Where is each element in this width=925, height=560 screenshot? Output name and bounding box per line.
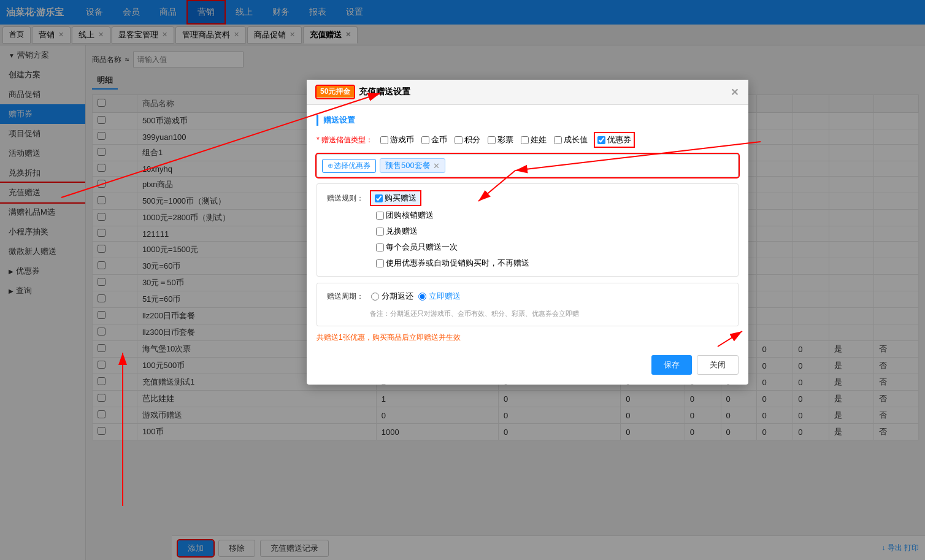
checkbox-gold[interactable]: 金币 <box>421 134 447 145</box>
remove-coupon-tag[interactable]: ✕ <box>433 161 440 171</box>
period-note: 备注：分期返还只对游戏币、金币有效、积分、彩票、优惠券会立即赠 <box>327 309 728 318</box>
modal-footer: 保存 关闭 <box>317 350 739 375</box>
checkbox-points[interactable]: 积分 <box>455 134 480 145</box>
rules-section: 赠送规则： 购买赠送 团购核销赠送 兑换赠送 每个会员只赠送一次 <box>317 183 739 277</box>
rule-buy-gift[interactable]: 购买赠送 <box>371 191 420 205</box>
checkbox-coupon[interactable]: 优惠券 <box>595 133 634 147</box>
period-label: 赠送周期： <box>327 291 364 302</box>
section-title: 赠送设置 <box>317 115 739 126</box>
period-section: 赠送周期： 分期返还 立即赠送 备注：分期返还只对游戏币、金币有效、积分、彩票、… <box>317 283 739 326</box>
checkbox-game-coin[interactable]: 游戏币 <box>380 134 414 145</box>
close-button[interactable]: 关闭 <box>697 355 739 375</box>
rule-once-per-member: 每个会员只赠送一次 <box>327 242 728 253</box>
modal-body: 赠送设置 * 赠送储值类型： 游戏币 金币 积分 彩票 娃娃 <box>307 105 748 385</box>
modal-header: 50元押金 充值赠送设置 ✕ <box>307 80 748 105</box>
rule-no-coupon: 使用优惠券或自动促销购买时，不再赠送 <box>327 258 728 269</box>
modal-title: 充值赠送设置 <box>359 86 410 98</box>
coupon-tag-row: ⊕选择优惠券 预售500套餐 ✕ <box>317 154 739 177</box>
modal-title-area: 50元押金 充值赠送设置 <box>317 86 410 98</box>
rule-group-buy: 团购核销赠送 <box>327 210 728 221</box>
select-coupon-button[interactable]: ⊕选择优惠券 <box>322 159 376 173</box>
gift-type-row: * 赠送储值类型： 游戏币 金币 积分 彩票 娃娃 成长 <box>317 133 739 147</box>
checkbox-lottery[interactable]: 彩票 <box>488 134 513 145</box>
modal-title-tag: 50元押金 <box>317 86 354 98</box>
period-installment[interactable]: 分期返还 <box>371 291 413 302</box>
period-immediate[interactable]: 立即赠送 <box>418 291 461 302</box>
rules-label: 赠送规则： <box>327 193 364 204</box>
rules-label-row: 赠送规则： 购买赠送 <box>327 191 728 205</box>
checkbox-growth[interactable]: 成长值 <box>554 134 588 145</box>
period-row: 赠送周期： 分期返还 立即赠送 <box>327 291 728 302</box>
save-button[interactable]: 保存 <box>651 355 692 375</box>
modal-close-button[interactable]: ✕ <box>731 86 739 98</box>
checkbox-doll[interactable]: 娃娃 <box>521 134 547 145</box>
coupon-tag-presale: 预售500套餐 ✕ <box>380 158 445 173</box>
rule-exchange: 兑换赠送 <box>327 226 728 237</box>
gift-type-checkboxes: 游戏币 金币 积分 彩票 娃娃 成长值 优惠券 <box>380 133 634 147</box>
recharge-gift-modal: 50元押金 充值赠送设置 ✕ 赠送设置 * 赠送储值类型： 游戏币 金币 积分 … <box>307 80 748 385</box>
gift-type-label: * 赠送储值类型： <box>317 135 373 145</box>
summary-text: 共赠送1张优惠，购买商品后立即赠送并生效 <box>317 332 739 343</box>
